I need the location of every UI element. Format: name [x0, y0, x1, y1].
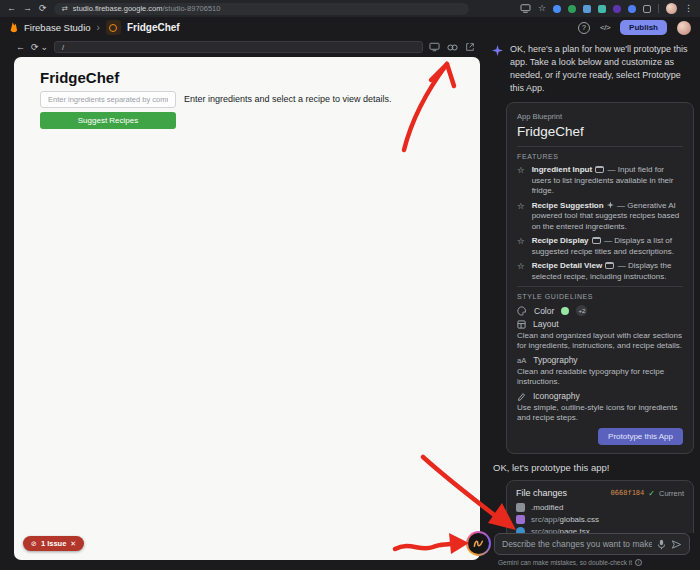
window-icon: [595, 166, 604, 173]
divider: [517, 146, 683, 147]
extension-icon[interactable]: [553, 5, 561, 13]
chat-input[interactable]: [502, 539, 652, 549]
extensions-menu-icon[interactable]: [643, 5, 651, 13]
gemini-sparkle-icon: [492, 45, 503, 56]
feature-item: ☆ Recipe Detail View — Displays the sele…: [517, 261, 683, 282]
info-icon: i: [635, 559, 642, 566]
open-in-new-tab-icon[interactable]: [465, 42, 475, 52]
file-icon: [516, 503, 525, 512]
preview-viewport: FridgeChef Suggest Recipes Enter ingredi…: [14, 57, 480, 560]
file-changes-card: File changes 0668f184 ✓ Current .modifie…: [506, 480, 694, 533]
iconography-desc: Use simple, outline-style icons for ingr…: [517, 403, 683, 423]
star-icon: ☆: [517, 236, 525, 257]
more-colors-chip[interactable]: +2: [576, 305, 587, 316]
gemini-chat-pane: OK, here's a plan for how we'll prototyp…: [492, 40, 694, 533]
extension-icon[interactable]: [628, 5, 636, 13]
user-avatar[interactable]: [677, 21, 691, 35]
feature-name: Recipe Display: [532, 236, 589, 245]
ingredients-input[interactable]: [40, 91, 176, 108]
extension-icon[interactable]: [613, 5, 621, 13]
prototype-this-app-button[interactable]: Prototype this App: [598, 428, 683, 445]
feature-name: Recipe Detail View: [532, 261, 603, 270]
firebase-studio-window: ← → ⟳ ⇄ studio.firebase.google.com/studi…: [0, 0, 700, 570]
layout-label: Layout: [533, 319, 559, 329]
preview-address-field[interactable]: /: [54, 41, 423, 53]
chevron-down-icon[interactable]: ⌄: [41, 43, 49, 52]
preview-back-icon[interactable]: ←: [16, 43, 25, 52]
close-icon[interactable]: ✕: [70, 540, 76, 548]
feature-name: Ingredient Input: [532, 165, 592, 174]
window-icon: [605, 262, 614, 269]
browser-forward-icon[interactable]: →: [23, 4, 32, 13]
browser-back-icon[interactable]: ←: [7, 4, 16, 13]
blocked-icon: ⊘: [31, 540, 37, 548]
extension-icon[interactable]: [598, 5, 606, 13]
typography-label: Typography: [533, 355, 577, 365]
scribble-icon: [468, 533, 489, 554]
extension-icon[interactable]: [568, 5, 576, 13]
star-icon: ☆: [517, 201, 525, 233]
file-row[interactable]: src/app/globals.css: [516, 515, 684, 524]
preview-toolbar-actions: [429, 42, 475, 52]
url-domain: studio.firebase.google.com: [73, 4, 163, 13]
code-view-icon[interactable]: </>: [600, 23, 610, 32]
file-changes-title: File changes: [516, 488, 567, 498]
preview-refresh-icon[interactable]: ⟳: [31, 43, 39, 52]
extension-icon[interactable]: [583, 5, 591, 13]
sparkle-icon: [607, 202, 614, 209]
suggest-recipes-button[interactable]: Suggest Recipes: [40, 112, 176, 129]
issue-badge[interactable]: ⊘ 1 Issue ✕: [23, 536, 84, 551]
studio-header: Firebase Studio › FridgeChef ? </> Publi…: [0, 17, 700, 38]
main-area: ← ⟳ ⌄ / FridgeChef Suggest Recipes Enter…: [0, 38, 700, 570]
palette-icon: [517, 306, 527, 316]
url-path: /studio-89706510: [162, 4, 220, 13]
css-file-icon: [516, 515, 525, 524]
workspace-title: FridgeChef: [127, 22, 180, 33]
device-preview-icon[interactable]: [429, 42, 440, 52]
chat-composer: [494, 533, 690, 555]
style-guidelines-heading: STYLE GUIDELINES: [517, 293, 683, 300]
feature-name: Recipe Suggestion: [532, 201, 604, 210]
cast-icon[interactable]: [520, 4, 531, 13]
toolbar-divider: [658, 4, 659, 13]
disclaimer-text: Gemini can make mistakes, so double-chec…: [498, 559, 632, 566]
typography-row: aA Typography: [517, 355, 683, 365]
iconography-icon: [517, 392, 526, 401]
iconography-label: Iconography: [533, 391, 580, 401]
app-logo-icon: [106, 20, 121, 35]
browser-profile-avatar[interactable]: [666, 3, 677, 14]
send-icon[interactable]: [671, 539, 682, 550]
preview-toolbar: ← ⟳ ⌄ /: [14, 40, 480, 57]
current-status-label: Current: [659, 489, 684, 498]
color-swatch[interactable]: [561, 307, 569, 315]
bookmark-star-icon[interactable]: ☆: [538, 4, 546, 13]
site-info-icon[interactable]: ⇄: [62, 5, 68, 13]
feature-item: ☆ Recipe Display — Displays a list of su…: [517, 236, 683, 257]
star-icon: ☆: [517, 261, 525, 282]
app-title: FridgeChef: [40, 69, 119, 86]
helper-text: Enter ingredients and select a recipe to…: [184, 94, 392, 104]
gemini-disclaimer: Gemini can make mistakes, so double-chec…: [498, 559, 642, 566]
feature-item: ☆ Recipe Suggestion — Generative AI powe…: [517, 201, 683, 233]
feature-item: ☆ Ingredient Input — Input field for use…: [517, 165, 683, 197]
browser-menu-icon[interactable]: ⋮: [684, 4, 693, 13]
typography-desc: Clean and readable typography for recipe…: [517, 367, 683, 387]
link-icon[interactable]: [447, 43, 458, 52]
blueprint-title: FridgeChef: [517, 124, 683, 139]
breadcrumb: ›: [97, 22, 100, 33]
mic-icon[interactable]: [657, 539, 666, 550]
brand-name[interactable]: Firebase Studio: [24, 22, 91, 33]
layout-row: Layout: [517, 319, 683, 329]
browser-actions: ☆ ⋮: [520, 3, 693, 14]
app-preview-pane: ← ⟳ ⌄ / FridgeChef Suggest Recipes Enter…: [14, 40, 480, 560]
annotate-button[interactable]: [466, 531, 491, 556]
firebase-flame-icon: [9, 21, 18, 34]
features-heading: FEATURES: [517, 153, 683, 160]
address-bar[interactable]: ⇄ studio.firebase.google.com/studio-8970…: [54, 3, 469, 15]
file-row[interactable]: .modified: [516, 503, 684, 512]
publish-button[interactable]: Publish: [620, 20, 667, 35]
assistant-message-text: OK, here's a plan for how we'll prototyp…: [510, 43, 694, 95]
browser-reload-icon[interactable]: ⟳: [39, 4, 47, 13]
assistant-message-text: OK, let's prototype this app!: [493, 462, 694, 473]
help-icon[interactable]: ?: [578, 22, 590, 34]
